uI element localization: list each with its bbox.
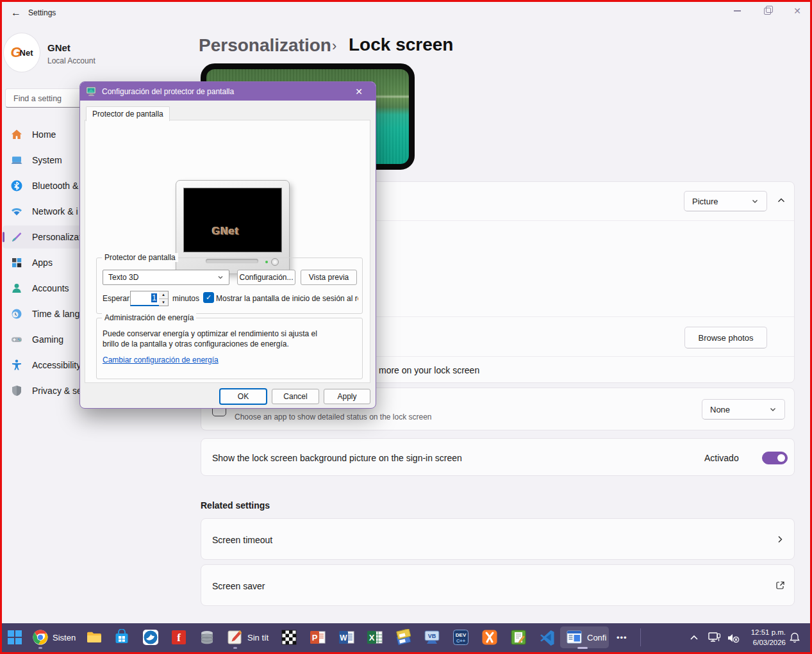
taskbar-overflow-icon[interactable]: ••• bbox=[617, 633, 627, 642]
related-settings-heading: Related settings bbox=[201, 500, 270, 511]
screen-saver-label: Screen saver bbox=[212, 581, 265, 591]
chrome-icon[interactable] bbox=[32, 629, 49, 646]
dialog-titlebar[interactable]: Configuración del protector de pantalla … bbox=[80, 82, 376, 101]
cancel-button[interactable]: Cancel bbox=[272, 389, 319, 404]
file-explorer-icon[interactable] bbox=[86, 629, 103, 646]
dialog-tab-page: GNet Protector de pantalla Texto 3D Conf… bbox=[85, 120, 370, 383]
avatar[interactable]: GNet bbox=[4, 33, 40, 72]
start-button[interactable] bbox=[6, 629, 23, 646]
taskbar-divider bbox=[640, 628, 641, 646]
excel-icon[interactable]: X bbox=[367, 629, 383, 646]
settings-running-indicator bbox=[577, 647, 588, 649]
accessibility-icon bbox=[10, 359, 23, 372]
bluetooth-icon bbox=[10, 179, 23, 192]
screen-timeout-card[interactable]: Screen timeout bbox=[201, 518, 795, 560]
sidebar-item-label: System bbox=[32, 155, 62, 165]
breadcrumb-parent[interactable]: Personalization bbox=[199, 35, 331, 56]
account-type: Local Account bbox=[47, 56, 95, 65]
apply-button[interactable]: Apply bbox=[324, 389, 370, 404]
w-letter: W bbox=[340, 634, 347, 642]
minimize-button[interactable] bbox=[724, 3, 750, 19]
ok-button[interactable]: OK bbox=[220, 389, 267, 404]
spin-down-icon[interactable]: ▼ bbox=[159, 299, 168, 306]
wait-minutes-stepper[interactable]: ▲ ▼ bbox=[159, 291, 169, 306]
settings-window-label[interactable]: Confi bbox=[587, 633, 606, 642]
breadcrumb-current: Lock screen bbox=[349, 35, 453, 55]
external-link-icon bbox=[775, 580, 785, 590]
screensaver-select-value: Texto 3D bbox=[108, 273, 138, 282]
floppy-stack-icon[interactable] bbox=[395, 629, 411, 646]
screensaver-configure-button[interactable]: Configuración... bbox=[237, 270, 295, 285]
energy-settings-link[interactable]: Cambiar configuración de energía bbox=[103, 356, 219, 364]
vscode-icon[interactable] bbox=[539, 629, 556, 646]
vb-letters: VB bbox=[428, 633, 436, 639]
close-button[interactable]: ✕ bbox=[784, 3, 811, 19]
wait-minutes-input[interactable]: 1 bbox=[130, 291, 160, 306]
xampp-icon[interactable] bbox=[481, 629, 498, 646]
chrome-running-indicator bbox=[38, 647, 42, 649]
tab-protector-de-pantalla[interactable]: Protector de pantalla bbox=[86, 106, 170, 121]
screensaver-groupbox-legend: Protector de pantalla bbox=[102, 253, 178, 262]
monitor-screen: GNet bbox=[183, 188, 282, 252]
accounts-icon bbox=[10, 282, 23, 295]
screensaver-3d-text: GNet bbox=[212, 225, 239, 237]
account-name: GNet bbox=[47, 42, 70, 53]
blue-bird-app-icon[interactable] bbox=[142, 629, 159, 646]
browse-photos-button[interactable]: Browse photos bbox=[684, 327, 767, 348]
red-f-app-icon[interactable]: f bbox=[170, 629, 187, 646]
dev-cpp-icon[interactable]: DEVC++ bbox=[452, 629, 469, 646]
dialog-close-button[interactable]: ✕ bbox=[345, 82, 373, 101]
paint-app-icon[interactable] bbox=[227, 629, 244, 646]
dev-letters: DEV bbox=[456, 632, 467, 638]
chrome-window-label[interactable]: Sisten bbox=[53, 633, 76, 642]
show-logon-label: Mostrar la pantalla de inicio de sesión … bbox=[216, 294, 358, 303]
restore-button[interactable] bbox=[754, 3, 781, 19]
chevron-down-icon bbox=[769, 405, 777, 413]
toggle-state-label: Activado bbox=[704, 453, 739, 463]
sidebar-item-label: Network & i bbox=[32, 206, 78, 217]
database-icon[interactable] bbox=[199, 629, 215, 646]
volume-muted-tray-icon[interactable] bbox=[726, 631, 740, 645]
visual-basic-icon[interactable]: VB bbox=[424, 629, 440, 646]
collapse-chevron-up-icon[interactable] bbox=[777, 196, 786, 205]
tray-clock[interactable]: 12:51 p.m. 6/03/2026 bbox=[742, 627, 786, 648]
dialog-close-icon: ✕ bbox=[355, 86, 363, 97]
screen-saver-card[interactable]: Screen saver bbox=[201, 564, 795, 606]
fun-facts-label: more on your lock screen bbox=[379, 365, 479, 375]
settings-app-icon[interactable] bbox=[566, 629, 583, 646]
background-style-value: Picture bbox=[692, 197, 718, 206]
background-style-select[interactable]: Picture bbox=[684, 191, 767, 211]
word-icon[interactable]: W bbox=[338, 629, 355, 646]
sidebar-item-label: Privacy & se bbox=[32, 386, 82, 396]
chevron-down-icon bbox=[217, 274, 224, 281]
notifications-bell-icon[interactable] bbox=[788, 632, 801, 644]
network-tray-icon[interactable] bbox=[708, 631, 722, 645]
check-icon: ✓ bbox=[206, 293, 211, 301]
avatar-logo-net: Net bbox=[20, 48, 33, 58]
wait-label: Esperar: bbox=[103, 294, 131, 303]
sidebar-item-label: Accessibility bbox=[32, 360, 81, 370]
tray-chevron-up-icon[interactable] bbox=[688, 632, 700, 644]
checkered-app-icon[interactable] bbox=[281, 629, 297, 646]
screensaver-preview-button[interactable]: Vista previa bbox=[301, 270, 357, 285]
back-icon[interactable]: ← bbox=[8, 4, 24, 21]
signin-label: Show the lock screen background picture … bbox=[212, 453, 462, 463]
privacy-icon bbox=[10, 384, 23, 397]
notepad-installer-icon[interactable] bbox=[510, 629, 527, 646]
network-icon bbox=[10, 205, 23, 218]
personalization-icon bbox=[10, 231, 23, 243]
spin-up-icon[interactable]: ▲ bbox=[159, 291, 168, 299]
toggle-knob bbox=[777, 454, 785, 462]
sidebar-item-label: Accounts bbox=[32, 283, 69, 293]
f-letter: f bbox=[177, 632, 181, 644]
settings-window: ← Settings ✕ GNet GNet Local Account Fin… bbox=[0, 0, 812, 654]
microsoft-store-icon[interactable] bbox=[113, 629, 130, 646]
powerpoint-icon[interactable]: P bbox=[310, 629, 326, 646]
sidebar-item-label: Bluetooth & bbox=[32, 181, 78, 191]
show-logon-checkbox[interactable]: ✓ bbox=[203, 292, 214, 303]
status-select[interactable]: None bbox=[702, 399, 785, 420]
apply-label: Apply bbox=[337, 392, 356, 401]
screensaver-select[interactable]: Texto 3D bbox=[103, 270, 229, 285]
signin-toggle[interactable] bbox=[762, 452, 788, 464]
paint-window-label[interactable]: Sin tít bbox=[247, 633, 269, 642]
